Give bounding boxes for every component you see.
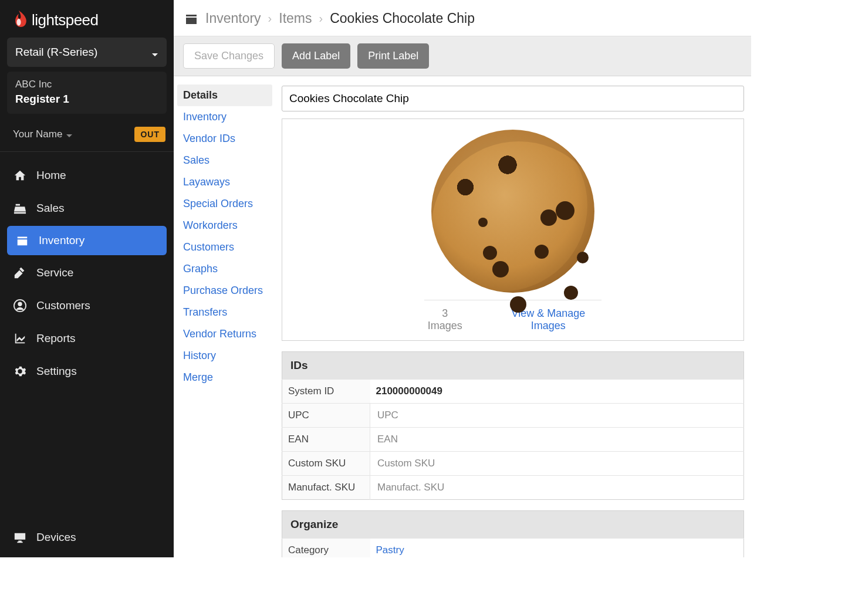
add-label-button[interactable]: Add Label [282,43,350,69]
nav-label: Sales [36,202,65,215]
svg-point-1 [18,302,22,306]
store-register-block[interactable]: ABC Inc Register 1 [7,72,167,114]
inventory-icon [15,233,29,248]
nav-label: Inventory [39,234,84,247]
register-name: Register 1 [15,93,158,106]
subnav-vendor-returns[interactable]: Vendor Returns [181,323,272,345]
subnav-details[interactable]: Details [177,84,272,106]
subnav-special-orders[interactable]: Special Orders [181,193,272,215]
nav-settings[interactable]: Settings [0,355,174,388]
image-count-label: 3 Images [424,307,466,332]
custom-sku-label: Custom SKU [282,452,370,476]
category-value-link[interactable]: Pastry [376,544,404,556]
user-row: Your Name OUT [0,119,174,152]
manuf-sku-input[interactable] [376,479,738,496]
brand-logo[interactable]: lightspeed [0,0,174,38]
user-circle-icon [13,299,27,313]
row-manuf-sku: Manufact. SKU [282,476,744,500]
series-selector[interactable]: Retail (R-Series) [7,38,167,67]
breadcrumb-inventory[interactable]: Inventory [205,11,261,26]
subnav-graphs[interactable]: Graphs [181,258,272,280]
item-image-box: 3 Images View & Manage Images [282,119,744,341]
chevron-down-icon [151,49,158,56]
nav-devices[interactable]: Devices [0,521,174,557]
subnav-merge[interactable]: Merge [181,367,272,388]
subnav-inventory[interactable]: Inventory [181,106,272,128]
nav-label: Home [36,169,66,182]
system-id-value: 210000000049 [376,385,442,397]
breadcrumb-current: Cookies Chocolate Chip [330,11,475,26]
ean-label: EAN [282,428,370,452]
toolbar: Save Changes Add Label Print Label [174,36,751,76]
nav-label: Devices [36,531,76,544]
manage-images-link[interactable]: View & Manage Images [495,307,601,332]
row-system-id: System ID 210000000049 [282,380,744,404]
breadcrumb: Inventory › Items › Cookies Chocolate Ch… [174,0,751,36]
organize-table: Category Pastry [282,538,744,557]
section-ids-header: IDs [282,351,744,379]
subnav-customers[interactable]: Customers [181,236,272,258]
system-id-label: System ID [282,380,370,404]
nav-sales[interactable]: Sales [0,192,174,225]
flame-icon [11,11,27,29]
monitor-icon [13,530,27,544]
nav-label: Customers [36,299,90,312]
chevron-right-icon: › [268,12,272,25]
chevron-down-icon [66,131,73,138]
hammer-icon [13,266,27,280]
nav-label: Settings [36,365,77,378]
brand-text: lightspeed [32,11,99,29]
series-label: Retail (R-Series) [15,46,97,59]
nav-home[interactable]: Home [0,159,174,192]
manuf-sku-label: Manufact. SKU [282,476,370,500]
user-menu[interactable]: Your Name [13,128,73,140]
home-icon [13,168,27,182]
cash-register-icon [13,201,27,215]
chevron-right-icon: › [319,12,323,25]
upc-label: UPC [282,404,370,428]
subnav-purchase-orders[interactable]: Purchase Orders [181,280,272,302]
inventory-icon [184,12,198,26]
company-name: ABC Inc [15,79,158,90]
punch-status-badge[interactable]: OUT [134,127,165,142]
nav-reports[interactable]: Reports [0,322,174,355]
item-subnav: Details Inventory Vendor IDs Sales Layaw… [174,76,272,557]
subnav-history[interactable]: History [181,345,272,367]
row-category: Category Pastry [282,539,744,558]
subnav-transfers[interactable]: Transfers [181,302,272,323]
subnav-sales[interactable]: Sales [181,150,272,171]
custom-sku-input[interactable] [376,455,738,472]
detail-pane: 3 Images View & Manage Images IDs System… [272,76,751,557]
print-label-button[interactable]: Print Label [357,43,429,69]
ids-table: System ID 210000000049 UPC EAN Custom SK… [282,379,744,500]
section-organize-header: Organize [282,510,744,538]
subnav-workorders[interactable]: Workorders [181,215,272,236]
nav-inventory[interactable]: Inventory [7,226,167,255]
nav-label: Reports [36,332,76,345]
row-upc: UPC [282,404,744,428]
gear-icon [13,364,27,378]
subnav-layaways[interactable]: Layaways [181,171,272,193]
sidebar: lightspeed Retail (R-Series) ABC Inc Reg… [0,0,174,557]
primary-nav: Home Sales Inventory Service Customers R… [0,152,174,388]
upc-input[interactable] [376,407,738,424]
ean-input[interactable] [376,431,738,448]
save-button[interactable]: Save Changes [183,43,275,69]
user-name-label: Your Name [13,128,62,140]
row-ean: EAN [282,428,744,452]
row-custom-sku: Custom SKU [282,452,744,476]
nav-service[interactable]: Service [0,256,174,289]
item-image[interactable] [431,130,594,293]
nav-customers[interactable]: Customers [0,289,174,322]
chart-icon [13,331,27,346]
category-label: Category [282,539,370,558]
nav-label: Service [36,266,73,279]
subnav-vendor-ids[interactable]: Vendor IDs [181,128,272,150]
breadcrumb-items[interactable]: Items [279,11,312,26]
main-pane: Inventory › Items › Cookies Chocolate Ch… [174,0,751,557]
item-name-input[interactable] [282,86,744,111]
